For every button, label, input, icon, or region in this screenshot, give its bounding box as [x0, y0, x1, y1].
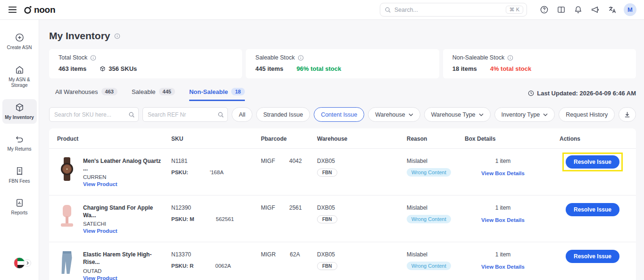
global-search[interactable]: ⌘ K: [380, 3, 527, 17]
sku-search-input[interactable]: [50, 111, 125, 118]
plus-circle-icon: [15, 33, 25, 42]
inventory-table: Product SKU Pbarcode Warehouse Reason Bo…: [49, 128, 636, 280]
returns-icon: [15, 134, 25, 144]
stat-value: 445 items: [255, 65, 283, 72]
box-item-count: 1 item: [495, 251, 511, 258]
reason-text: Mislabel: [407, 158, 465, 164]
sidebar-item-label: FBN Fees: [8, 178, 30, 185]
sidebar-item-my-inventory[interactable]: My Inventory: [2, 99, 37, 124]
sidebar-item-my-asn-storage[interactable]: My ASN & Storage: [2, 61, 37, 92]
search-icon[interactable]: [214, 111, 227, 118]
filter-chip-stranded-issue[interactable]: Stranded Issue: [256, 107, 310, 122]
chevron-down-icon: [479, 113, 484, 116]
tab-saleable[interactable]: Saleable 445: [132, 88, 175, 101]
help-icon[interactable]: [539, 4, 550, 15]
resolve-issue-button[interactable]: Resolve Issue: [566, 203, 619, 216]
table-row: Elastic Harem Style High-Rise... OUTAD V…: [49, 242, 636, 280]
ref-search-input[interactable]: [143, 111, 214, 118]
sidebar-item-my-returns[interactable]: My Returns: [2, 131, 37, 156]
column-header-reason: Reason: [407, 136, 465, 142]
stat-label: Total Stock: [59, 54, 87, 61]
box-item-count: 1 item: [495, 158, 511, 164]
view-box-details-link[interactable]: View Box Details: [481, 217, 525, 223]
bell-icon[interactable]: [573, 4, 584, 15]
psku-label: PSKU: R: [171, 263, 193, 269]
psku-value: 0062A: [215, 263, 231, 269]
stat-value: 463 items: [59, 65, 86, 72]
sidebar: Create ASN My ASN & Storage My Inventory…: [0, 20, 39, 280]
translate-icon[interactable]: [607, 4, 618, 15]
column-header-actions: Actions: [560, 136, 636, 142]
last-updated: Last Updated: 2026-04-09 6:46 AM: [528, 90, 636, 101]
expand-sidebar-button[interactable]: [24, 259, 31, 267]
sidebar-item-fbn-fees[interactable]: FBN Fees: [2, 163, 37, 188]
product-brand: CURREN: [83, 174, 166, 180]
info-icon[interactable]: [298, 55, 304, 61]
dropdown-label: Warehouse: [375, 111, 405, 118]
menu-icon[interactable]: [8, 6, 17, 14]
app-root: noon ⌘ K M: [0, 0, 644, 280]
chevron-down-icon: [543, 113, 548, 116]
sidebar-item-label: My ASN & Storage: [3, 77, 36, 89]
box-item-count: 1 item: [495, 204, 511, 211]
tab-non-saleable[interactable]: Non-Saleable 18: [189, 88, 245, 101]
stat-value: 18 items: [452, 65, 477, 72]
product-image-jeans: [57, 250, 77, 275]
megaphone-icon[interactable]: [590, 4, 601, 15]
filter-chip-all[interactable]: All: [232, 107, 252, 122]
product-name: Elastic Harem Style High-Rise...: [83, 251, 166, 266]
sidebar-item-label: My Inventory: [5, 115, 34, 121]
warehouse-dropdown[interactable]: Warehouse: [368, 107, 420, 122]
view-product-link[interactable]: View Product: [83, 228, 117, 234]
warehouse-type-badge: FBN: [317, 262, 337, 270]
resolve-issue-button[interactable]: Resolve Issue: [566, 155, 619, 169]
page-title: My Inventory: [49, 30, 110, 42]
column-header-box-details: Box Details: [465, 136, 560, 142]
info-icon[interactable]: [90, 55, 96, 61]
noon-logo[interactable]: noon: [24, 5, 55, 15]
tabs-row: All Warehouses 463 Saleable 445 Non-Sale…: [49, 88, 636, 101]
sidebar-item-create-asn[interactable]: Create ASN: [2, 29, 37, 54]
warehouse-type-dropdown[interactable]: Warehouse Type: [424, 107, 491, 122]
reason-text: Mislabel: [407, 251, 465, 258]
info-icon[interactable]: [507, 55, 513, 61]
title-row: My Inventory: [49, 30, 636, 42]
pbarcode-prefix: MIGF: [261, 158, 275, 164]
reason-tag-badge: Wrong Content: [407, 168, 451, 177]
topbar-right: ⌘ K M: [380, 3, 636, 17]
warehouse-type-badge: FBN: [317, 215, 337, 223]
chevron-down-icon: [409, 113, 413, 116]
resolve-issue-button[interactable]: Resolve Issue: [566, 250, 619, 263]
product-brand: OUTAD: [83, 268, 166, 274]
noon-logo-text: noon: [34, 5, 55, 15]
reason-text: Mislabel: [407, 204, 465, 211]
tab-label: Saleable: [132, 88, 156, 95]
stat-card-non-saleable-stock: Non-Saleable Stock 18 items 4% total sto…: [443, 49, 636, 78]
column-header-product: Product: [57, 136, 171, 142]
book-icon[interactable]: [556, 4, 567, 15]
inventory-type-dropdown[interactable]: Inventory Type: [494, 107, 555, 122]
view-product-link[interactable]: View Product: [83, 275, 117, 280]
noon-logo-mark: [24, 5, 33, 14]
request-history-button[interactable]: Request History: [559, 107, 615, 122]
filter-chip-content-issue[interactable]: Content Issue: [314, 107, 364, 122]
view-box-details-link[interactable]: View Box Details: [481, 264, 525, 270]
last-updated-text: Last Updated: 2026-04-09 6:46 AM: [537, 90, 636, 97]
info-icon[interactable]: [114, 33, 120, 39]
global-search-input[interactable]: [394, 7, 502, 13]
view-box-details-link[interactable]: View Box Details: [481, 170, 525, 176]
product-name: Charging Stand For Apple Wa...: [83, 204, 166, 219]
download-button[interactable]: [619, 107, 636, 122]
avatar[interactable]: M: [624, 3, 636, 16]
warehouse-type-badge: FBN: [317, 169, 337, 177]
sidebar-item-label: Reports: [11, 210, 27, 216]
sidebar-item-reports[interactable]: Reports: [2, 195, 37, 220]
view-product-link[interactable]: View Product: [83, 181, 117, 187]
psku-label: PSKU: M: [171, 216, 194, 222]
tab-all-warehouses[interactable]: All Warehouses 463: [55, 88, 117, 101]
stat-secondary: 4% total stock: [490, 65, 531, 72]
warehouse-code: DXB05: [317, 158, 407, 164]
psku-value: 562561: [216, 216, 234, 222]
search-icon[interactable]: [125, 111, 138, 118]
product-brand: SATECHI: [83, 221, 166, 227]
